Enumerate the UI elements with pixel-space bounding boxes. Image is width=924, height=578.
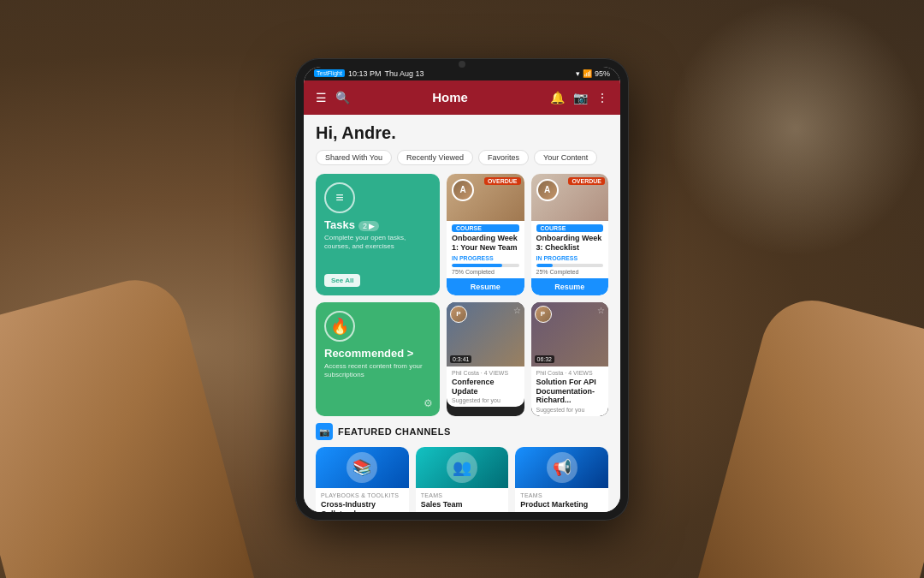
course-card-1[interactable]: A OVERDUE COURSE Onboarding Week 1: Your… <box>447 174 524 295</box>
course-title-1: Onboarding Week 1: Your New Team <box>447 234 524 253</box>
course-avatar-1: A <box>452 179 474 201</box>
course-type-badge-1: COURSE <box>452 224 519 232</box>
featured-section: 📷 FEATURED CHANNELS 📚 PLAYBOOKS & TOOLKI… <box>316 423 608 511</box>
featured-section-title: FEATURED CHANNELS <box>338 426 451 437</box>
filter-tab-favorites[interactable]: Favorites <box>478 150 529 165</box>
flame-symbol: 🔥 <box>330 317 349 336</box>
camera-icon[interactable]: 📷 <box>573 91 588 104</box>
tablet-screen: TestFlight 10:13 PM Thu Aug 13 ▾ 📶 95% ☰… <box>304 67 620 512</box>
menu-icon[interactable]: ☰ <box>316 91 327 104</box>
filter-tab-content[interactable]: Your Content <box>534 150 597 165</box>
course-avatar-2: A <box>536 179 559 201</box>
video-card-1[interactable]: ▶ 0:3:41 P ☆ Phil Costa · 4 VIEWS Confer… <box>447 302 524 416</box>
background-highlight <box>667 0 924 257</box>
tasks-icon: ≡ <box>324 182 355 213</box>
testflight-badge: TestFlight <box>314 69 345 77</box>
video-duration-2: 06:32 <box>535 355 555 363</box>
recommended-settings-icon[interactable]: ⚙ <box>424 397 433 409</box>
status-bar-left: TestFlight 10:13 PM Thu Aug 13 <box>314 69 424 78</box>
channel-info-1: PLAYBOOKS & TOOLKITS Cross-Industry Coll… <box>316 488 409 511</box>
tasks-icon-symbol: ≡ <box>335 190 343 206</box>
channel-card-2[interactable]: 👥 TEAMS Sales Team This channel contains… <box>416 447 509 511</box>
tasks-title-row: Tasks 2 ▶ <box>324 218 431 234</box>
video-avatar-2: P <box>535 306 552 323</box>
suggested-label-2: Suggested for you <box>536 407 604 413</box>
channel-thumb-1: 📚 <box>316 447 409 488</box>
video-meta-2: Phil Costa · 4 VIEWS <box>536 370 604 376</box>
channel-card-1[interactable]: 📚 PLAYBOOKS & TOOLKITS Cross-Industry Co… <box>316 447 409 511</box>
video-thumb-2: ▶ 06:32 P ☆ <box>531 302 609 366</box>
video-info-2: Phil Costa · 4 VIEWS Solution For API Do… <box>531 366 609 416</box>
progress-fill-1 <box>452 264 502 267</box>
video-author-1: Phil Costa <box>452 370 479 376</box>
channel-avatar-3: 📢 <box>547 452 578 483</box>
video-info-1: Phil Costa · 4 VIEWS Conference Update S… <box>447 366 524 408</box>
in-progress-label-1: IN PROGRESS <box>447 255 524 261</box>
more-icon[interactable]: ⋮ <box>596 91 608 104</box>
recommended-description: Access recent content from your subscrip… <box>324 362 431 380</box>
video-thumb-1: ▶ 0:3:41 P ☆ <box>447 302 524 366</box>
video-title-1: Conference Update <box>452 378 519 396</box>
video-card-2[interactable]: ▶ 06:32 P ☆ Phil Costa · 4 VIEWS Solutio… <box>531 302 609 416</box>
featured-section-icon: 📷 <box>316 423 333 440</box>
progress-bar-2 <box>531 264 609 267</box>
progress-bar-1 <box>447 264 524 267</box>
wifi-icon: ▾ <box>576 69 580 78</box>
search-icon[interactable]: 🔍 <box>335 91 350 104</box>
main-content: Hi, Andre. Shared With You Recently View… <box>304 115 620 512</box>
video-title-2: Solution For API Documentation-Richard..… <box>536 378 604 405</box>
channel-info-3: TEAMS Product Marketing 153 SUBSCRIBERS … <box>515 488 608 511</box>
resume-button-2[interactable]: Resume <box>531 278 609 295</box>
video-views-2: 4 VIEWS <box>568 370 592 376</box>
course-header-1: A OVERDUE <box>447 174 524 221</box>
status-bar: TestFlight 10:13 PM Thu Aug 13 ▾ 📶 95% <box>304 67 620 80</box>
tasks-description: Complete your open tasks, courses, and e… <box>324 234 431 252</box>
video-meta-1: Phil Costa · 4 VIEWS <box>452 370 519 376</box>
channel-category-1: PLAYBOOKS & TOOLKITS <box>321 492 404 498</box>
channel-name-2: Sales Team <box>421 500 504 509</box>
overdue-badge-2: OVERDUE <box>568 177 605 185</box>
course-card-2[interactable]: A OVERDUE COURSE Onboarding Week 3: Chec… <box>531 174 609 295</box>
channel-name-3: Product Marketing <box>520 500 603 509</box>
video-star-2[interactable]: ☆ <box>597 306 605 315</box>
video-duration-1: 0:3:41 <box>450 355 471 363</box>
channel-card-3[interactable]: 📢 TEAMS Product Marketing 153 SUBSCRIBER… <box>515 447 608 511</box>
battery-icon: 📶 <box>583 69 592 78</box>
tablet-device: TestFlight 10:13 PM Thu Aug 13 ▾ 📶 95% ☰… <box>295 58 629 521</box>
tasks-courses-row: ≡ Tasks 2 ▶ Complete your open tasks, co… <box>316 174 608 295</box>
completed-text-2: 25% Completed <box>531 269 609 275</box>
status-time: 10:13 PM <box>348 69 382 78</box>
course-header-2: A OVERDUE <box>531 174 609 221</box>
channel-name-1: Cross-Industry Collateral <box>321 500 404 511</box>
status-date: Thu Aug 13 <box>385 69 424 78</box>
resume-button-1[interactable]: Resume <box>447 278 524 295</box>
recommended-row: 🔥 Recommended > Access recent content fr… <box>316 302 608 416</box>
channel-avatar-1: 📚 <box>346 452 377 483</box>
tablet-camera <box>459 61 465 68</box>
recommended-card[interactable]: 🔥 Recommended > Access recent content fr… <box>316 302 440 416</box>
greeting-text: Hi, Andre. <box>316 123 608 143</box>
progress-fill-2 <box>536 264 554 267</box>
video-views-1: 4 VIEWS <box>484 370 508 376</box>
channel-category-2: TEAMS <box>421 492 504 498</box>
tasks-card[interactable]: ≡ Tasks 2 ▶ Complete your open tasks, co… <box>316 174 440 295</box>
filter-tab-shared[interactable]: Shared With You <box>316 150 392 165</box>
app-header: ☰ 🔍 Home 🔔 📷 ⋮ <box>304 80 620 115</box>
see-all-button[interactable]: See All <box>324 274 360 287</box>
status-bar-right: ▾ 📶 95% <box>576 69 610 78</box>
suggested-label-1: Suggested for you <box>452 397 519 403</box>
tasks-title: Tasks <box>324 218 355 231</box>
video-avatar-1: P <box>450 306 467 323</box>
channel-thumb-2: 👥 <box>416 447 509 488</box>
channel-info-2: TEAMS Sales Team This channel contains s… <box>416 488 509 511</box>
video-star-1[interactable]: ☆ <box>513 306 521 315</box>
channels-row: 📚 PLAYBOOKS & TOOLKITS Cross-Industry Co… <box>316 447 608 511</box>
featured-header: 📷 FEATURED CHANNELS <box>316 423 608 440</box>
course-type-badge-2: COURSE <box>536 224 604 232</box>
channel-thumb-3: 📢 <box>515 447 608 488</box>
course-title-2: Onboarding Week 3: Checklist <box>531 234 609 253</box>
overdue-badge-1: OVERDUE <box>484 177 521 185</box>
bell-icon[interactable]: 🔔 <box>550 91 565 104</box>
filter-tab-recent[interactable]: Recently Viewed <box>397 150 473 165</box>
flame-icon: 🔥 <box>324 311 355 342</box>
